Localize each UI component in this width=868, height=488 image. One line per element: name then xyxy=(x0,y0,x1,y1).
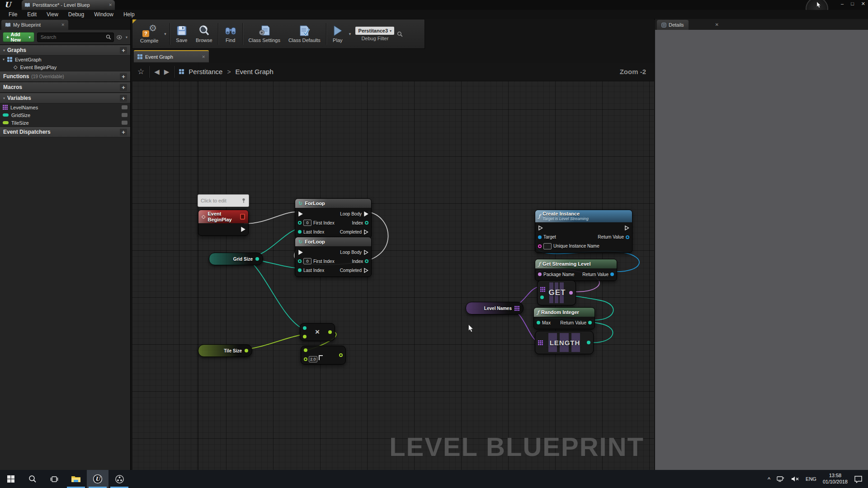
add-function-button[interactable]: + xyxy=(120,73,127,80)
tray-expand-chevron[interactable]: ^ xyxy=(768,476,770,483)
sidebar-variable-tilesize[interactable]: TileSize xyxy=(0,119,130,127)
add-new-button[interactable]: + Add New ▾ xyxy=(3,32,34,42)
array-pin[interactable] xyxy=(514,306,519,311)
variable-visibility-icon[interactable] xyxy=(122,105,127,109)
task-view-button[interactable] xyxy=(43,470,65,488)
menu-help[interactable]: Help xyxy=(118,11,140,18)
pin-default-value[interactable] xyxy=(543,243,552,249)
section-functions[interactable]: Functions (19 Overridable) + xyxy=(0,71,130,82)
window-title-tab[interactable]: Perstitance* - Level Bluep ✕ xyxy=(22,0,115,10)
taskbar-search-button[interactable] xyxy=(22,470,43,488)
play-button[interactable]: Play xyxy=(328,20,347,47)
language-indicator[interactable]: ENG xyxy=(806,476,816,482)
tab-details[interactable]: Details xyxy=(657,20,689,30)
sidebar-variable-levelnames[interactable]: LevelNames xyxy=(0,103,130,111)
search-input[interactable] xyxy=(40,34,106,40)
data-pin[interactable] xyxy=(538,235,542,239)
node-level-names[interactable]: Level Names xyxy=(466,302,524,314)
data-pin[interactable] xyxy=(537,321,540,324)
node-forloop-2[interactable]: ↻ForLoopLoop Body0First IndexIndexLast I… xyxy=(295,237,372,277)
exec-pin[interactable] xyxy=(298,250,303,255)
obs-taskbar-button[interactable] xyxy=(108,470,130,488)
tab-my-blueprint[interactable]: My Blueprint ✕ xyxy=(1,20,68,30)
data-pin[interactable] xyxy=(610,272,614,276)
add-graph-button[interactable]: + xyxy=(120,47,127,54)
play-options-caret[interactable]: ▾ xyxy=(347,32,353,36)
section-graphs[interactable]: ▾ Graphs + xyxy=(0,45,130,56)
section-event-dispatchers[interactable]: Event Dispatchers + xyxy=(0,127,130,137)
browse-button[interactable]: Browse xyxy=(192,20,217,47)
tab-close-icon[interactable]: ✕ xyxy=(61,23,65,27)
compile-button[interactable]: ⚙ ? Compile xyxy=(136,20,162,47)
exec-pin[interactable] xyxy=(363,250,368,255)
data-pin[interactable] xyxy=(298,221,302,225)
add-dispatcher-button[interactable]: + xyxy=(120,129,127,136)
menu-debug[interactable]: Debug xyxy=(63,11,89,18)
exec-pin[interactable] xyxy=(298,211,303,216)
compile-options-caret[interactable]: ▾ xyxy=(162,32,168,36)
node-array-get[interactable]: GET xyxy=(537,280,576,305)
panel-close-icon[interactable]: ✕ xyxy=(715,22,719,27)
data-pin[interactable] xyxy=(569,291,573,295)
menu-window[interactable]: Window xyxy=(89,11,118,18)
node-create-instance[interactable]: ƒCreate InstanceTarget is Level Streamin… xyxy=(535,210,632,253)
data-pin[interactable] xyxy=(365,221,368,225)
section-macros[interactable]: Macros + xyxy=(0,82,130,93)
tab-close-icon[interactable]: ✕ xyxy=(202,55,205,59)
data-pin[interactable] xyxy=(298,268,302,272)
close-button[interactable]: ✕ xyxy=(861,1,865,7)
node-comment-bubble[interactable]: Click to edit xyxy=(198,194,249,207)
unreal-engine-taskbar-button[interactable]: U xyxy=(87,470,108,488)
start-button[interactable] xyxy=(0,470,22,488)
data-pin[interactable] xyxy=(538,272,542,276)
data-pin[interactable] xyxy=(587,341,590,344)
volume-muted-icon[interactable] xyxy=(791,476,799,482)
data-pin[interactable] xyxy=(328,330,332,334)
node-array-length[interactable]: LENGTH xyxy=(535,331,594,354)
exec-pin[interactable] xyxy=(363,230,368,235)
data-pin[interactable] xyxy=(255,257,259,261)
tab-event-graph[interactable]: Event Graph ✕ xyxy=(134,50,209,62)
find-button[interactable]: Find xyxy=(220,20,241,47)
pin-default-value[interactable]: 0 xyxy=(303,258,311,264)
file-explorer-button[interactable] xyxy=(65,470,87,488)
menu-edit[interactable]: Edit xyxy=(22,11,42,18)
minimize-button[interactable]: – xyxy=(841,1,844,7)
data-pin[interactable] xyxy=(304,348,307,352)
pin-default-value[interactable]: 0 xyxy=(303,220,311,226)
sidebar-item-eventgraph[interactable]: ▾ EventGraph xyxy=(0,56,130,63)
node-multiply[interactable]: × xyxy=(300,323,335,341)
search-box[interactable] xyxy=(37,33,114,42)
data-pin[interactable] xyxy=(540,296,544,299)
sidebar-item-event-beginplay[interactable]: ◇ Event BeginPlay xyxy=(0,63,130,71)
node-random-integer[interactable]: ƒRandom IntegerMaxReturn Value xyxy=(533,307,595,329)
data-pin[interactable] xyxy=(365,259,368,263)
data-pin[interactable] xyxy=(298,230,302,234)
node-event-begin-play[interactable]: ◇Event BeginPlay xyxy=(198,210,249,236)
pin-icon[interactable] xyxy=(241,198,246,203)
data-pin[interactable] xyxy=(538,244,542,248)
blueprint-graph-canvas[interactable]: Click to edit◇Event BeginPlay↻ForLoopLoo… xyxy=(132,62,654,470)
variable-visibility-icon[interactable] xyxy=(122,113,127,117)
data-pin[interactable] xyxy=(245,349,248,352)
tab-close-icon[interactable]: ✕ xyxy=(108,3,112,7)
action-center-icon[interactable] xyxy=(854,475,863,483)
exec-pin[interactable] xyxy=(538,225,543,230)
sidebar-variable-gridsize[interactable]: GridSize xyxy=(0,111,130,119)
pin-default-value[interactable]: 2.0 xyxy=(309,356,317,362)
exec-pin[interactable] xyxy=(363,211,368,216)
chevron-down-icon[interactable]: ▾ xyxy=(126,35,127,39)
node-divide[interactable]: 2.0 xyxy=(301,346,346,365)
taskbar-clock[interactable]: 13:58 01/10/2018 xyxy=(823,473,848,485)
data-pin[interactable] xyxy=(298,259,302,263)
variable-visibility-icon[interactable] xyxy=(122,121,127,125)
restore-button[interactable]: □ xyxy=(851,1,854,7)
data-pin[interactable] xyxy=(303,326,307,330)
data-pin[interactable] xyxy=(304,357,307,361)
debug-object-dropdown[interactable]: Perstitance3 ▾ xyxy=(355,27,394,35)
exec-pin[interactable] xyxy=(241,227,245,232)
exec-pin[interactable] xyxy=(363,268,368,273)
section-variables[interactable]: ▾ Variables + xyxy=(0,93,130,103)
menu-view[interactable]: View xyxy=(42,11,63,18)
exec-pin[interactable] xyxy=(624,225,629,230)
